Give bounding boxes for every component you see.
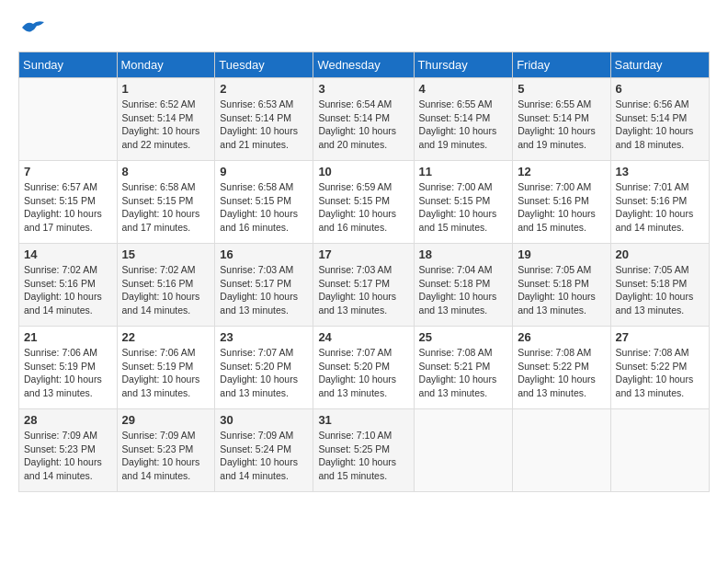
calendar-week-row: 28Sunrise: 7:09 AM Sunset: 5:23 PM Dayli… — [19, 409, 710, 492]
day-number: 6 — [616, 82, 704, 96]
calendar-cell: 28Sunrise: 7:09 AM Sunset: 5:23 PM Dayli… — [19, 409, 118, 492]
day-info: Sunrise: 6:58 AM Sunset: 5:15 PM Dayligh… — [122, 180, 210, 235]
day-number: 16 — [220, 247, 308, 261]
day-of-week-friday: Friday — [513, 52, 610, 78]
day-number: 23 — [220, 330, 308, 344]
calendar-cell: 6Sunrise: 6:56 AM Sunset: 5:14 PM Daylig… — [610, 78, 709, 161]
calendar-cell — [513, 409, 610, 492]
day-info: Sunrise: 7:02 AM Sunset: 5:16 PM Dayligh… — [122, 263, 210, 317]
day-number: 14 — [24, 247, 112, 261]
day-number: 15 — [122, 247, 210, 261]
calendar-cell: 19Sunrise: 7:05 AM Sunset: 5:18 PM Dayli… — [513, 244, 610, 327]
calendar-cell: 30Sunrise: 7:09 AM Sunset: 5:24 PM Dayli… — [215, 409, 313, 492]
day-info: Sunrise: 7:02 AM Sunset: 5:16 PM Dayligh… — [24, 263, 112, 317]
day-info: Sunrise: 7:03 AM Sunset: 5:17 PM Dayligh… — [220, 263, 308, 317]
day-info: Sunrise: 6:57 AM Sunset: 5:15 PM Dayligh… — [24, 180, 112, 235]
day-info: Sunrise: 7:05 AM Sunset: 5:18 PM Dayligh… — [518, 263, 605, 317]
day-number: 20 — [616, 247, 704, 261]
calendar-cell — [19, 78, 118, 161]
day-number: 13 — [616, 165, 704, 178]
day-number: 25 — [419, 330, 508, 344]
calendar-cell: 16Sunrise: 7:03 AM Sunset: 5:17 PM Dayli… — [215, 244, 313, 327]
day-info: Sunrise: 7:05 AM Sunset: 5:18 PM Dayligh… — [616, 263, 704, 317]
day-number: 29 — [122, 413, 210, 427]
logo-bird-icon — [20, 18, 46, 37]
calendar-cell: 12Sunrise: 7:00 AM Sunset: 5:16 PM Dayli… — [513, 161, 610, 244]
day-number: 1 — [122, 82, 210, 96]
day-number: 26 — [518, 330, 605, 344]
day-info: Sunrise: 7:09 AM Sunset: 5:23 PM Dayligh… — [24, 429, 112, 483]
day-number: 30 — [220, 413, 308, 427]
day-info: Sunrise: 7:01 AM Sunset: 5:16 PM Dayligh… — [616, 180, 704, 235]
day-number: 9 — [220, 165, 308, 178]
day-info: Sunrise: 7:07 AM Sunset: 5:20 PM Dayligh… — [318, 346, 408, 400]
day-number: 19 — [518, 247, 605, 261]
calendar-cell: 3Sunrise: 6:54 AM Sunset: 5:14 PM Daylig… — [313, 78, 414, 161]
day-info: Sunrise: 7:08 AM Sunset: 5:22 PM Dayligh… — [518, 346, 605, 400]
day-info: Sunrise: 7:03 AM Sunset: 5:17 PM Dayligh… — [318, 263, 408, 317]
calendar-week-row: 14Sunrise: 7:02 AM Sunset: 5:16 PM Dayli… — [19, 244, 710, 327]
calendar-cell: 5Sunrise: 6:55 AM Sunset: 5:14 PM Daylig… — [513, 78, 610, 161]
calendar-cell: 22Sunrise: 7:06 AM Sunset: 5:19 PM Dayli… — [117, 327, 215, 409]
day-number: 17 — [318, 247, 408, 261]
logo — [18, 18, 46, 37]
day-number: 22 — [122, 330, 210, 344]
calendar-cell: 20Sunrise: 7:05 AM Sunset: 5:18 PM Dayli… — [610, 244, 709, 327]
day-info: Sunrise: 7:08 AM Sunset: 5:21 PM Dayligh… — [419, 346, 508, 400]
calendar-cell — [414, 409, 513, 492]
day-of-week-monday: Monday — [117, 52, 215, 78]
calendar-cell: 17Sunrise: 7:03 AM Sunset: 5:17 PM Dayli… — [313, 244, 414, 327]
calendar-cell: 11Sunrise: 7:00 AM Sunset: 5:15 PM Dayli… — [414, 161, 513, 244]
day-of-week-tuesday: Tuesday — [215, 52, 313, 78]
calendar-cell: 31Sunrise: 7:10 AM Sunset: 5:25 PM Dayli… — [313, 409, 414, 492]
day-info: Sunrise: 7:06 AM Sunset: 5:19 PM Dayligh… — [24, 346, 112, 400]
day-info: Sunrise: 6:52 AM Sunset: 5:14 PM Dayligh… — [122, 98, 210, 152]
day-number: 4 — [419, 82, 508, 96]
day-number: 18 — [419, 247, 508, 261]
day-number: 21 — [24, 330, 112, 344]
calendar-header-row: SundayMondayTuesdayWednesdayThursdayFrid… — [19, 52, 710, 78]
calendar-cell: 21Sunrise: 7:06 AM Sunset: 5:19 PM Dayli… — [19, 327, 118, 409]
calendar-cell: 27Sunrise: 7:08 AM Sunset: 5:22 PM Dayli… — [610, 327, 709, 409]
calendar-cell: 4Sunrise: 6:55 AM Sunset: 5:14 PM Daylig… — [414, 78, 513, 161]
calendar-cell: 8Sunrise: 6:58 AM Sunset: 5:15 PM Daylig… — [117, 161, 215, 244]
calendar-cell: 14Sunrise: 7:02 AM Sunset: 5:16 PM Dayli… — [19, 244, 118, 327]
day-info: Sunrise: 6:58 AM Sunset: 5:15 PM Dayligh… — [220, 180, 308, 235]
calendar-week-row: 7Sunrise: 6:57 AM Sunset: 5:15 PM Daylig… — [19, 161, 710, 244]
day-info: Sunrise: 6:55 AM Sunset: 5:14 PM Dayligh… — [419, 98, 508, 152]
day-info: Sunrise: 7:04 AM Sunset: 5:18 PM Dayligh… — [419, 263, 508, 317]
calendar-table: SundayMondayTuesdayWednesdayThursdayFrid… — [18, 52, 710, 492]
day-number: 8 — [122, 165, 210, 178]
day-info: Sunrise: 6:54 AM Sunset: 5:14 PM Dayligh… — [318, 98, 408, 152]
day-number: 28 — [24, 413, 112, 427]
day-info: Sunrise: 7:10 AM Sunset: 5:25 PM Dayligh… — [318, 429, 408, 483]
calendar-cell: 18Sunrise: 7:04 AM Sunset: 5:18 PM Dayli… — [414, 244, 513, 327]
calendar-cell: 29Sunrise: 7:09 AM Sunset: 5:23 PM Dayli… — [117, 409, 215, 492]
calendar-week-row: 21Sunrise: 7:06 AM Sunset: 5:19 PM Dayli… — [19, 327, 710, 409]
day-of-week-wednesday: Wednesday — [313, 52, 414, 78]
day-info: Sunrise: 7:00 AM Sunset: 5:15 PM Dayligh… — [419, 180, 508, 235]
day-number: 11 — [419, 165, 508, 178]
day-info: Sunrise: 7:08 AM Sunset: 5:22 PM Dayligh… — [616, 346, 704, 400]
day-number: 3 — [318, 82, 408, 96]
calendar-cell: 24Sunrise: 7:07 AM Sunset: 5:20 PM Dayli… — [313, 327, 414, 409]
day-info: Sunrise: 7:00 AM Sunset: 5:16 PM Dayligh… — [518, 180, 605, 235]
day-number: 10 — [318, 165, 408, 178]
day-number: 7 — [24, 165, 112, 178]
calendar-cell: 2Sunrise: 6:53 AM Sunset: 5:14 PM Daylig… — [215, 78, 313, 161]
calendar-cell: 9Sunrise: 6:58 AM Sunset: 5:15 PM Daylig… — [215, 161, 313, 244]
day-info: Sunrise: 7:06 AM Sunset: 5:19 PM Dayligh… — [122, 346, 210, 400]
calendar-week-row: 1Sunrise: 6:52 AM Sunset: 5:14 PM Daylig… — [19, 78, 710, 161]
calendar-cell: 1Sunrise: 6:52 AM Sunset: 5:14 PM Daylig… — [117, 78, 215, 161]
day-number: 27 — [616, 330, 704, 344]
calendar-cell: 7Sunrise: 6:57 AM Sunset: 5:15 PM Daylig… — [19, 161, 118, 244]
calendar-cell: 23Sunrise: 7:07 AM Sunset: 5:20 PM Dayli… — [215, 327, 313, 409]
day-number: 24 — [318, 330, 408, 344]
day-info: Sunrise: 7:07 AM Sunset: 5:20 PM Dayligh… — [220, 346, 308, 400]
day-number: 31 — [318, 413, 408, 427]
calendar-cell: 26Sunrise: 7:08 AM Sunset: 5:22 PM Dayli… — [513, 327, 610, 409]
day-number: 2 — [220, 82, 308, 96]
calendar-cell: 13Sunrise: 7:01 AM Sunset: 5:16 PM Dayli… — [610, 161, 709, 244]
calendar-cell — [610, 409, 709, 492]
day-info: Sunrise: 6:53 AM Sunset: 5:14 PM Dayligh… — [220, 98, 308, 152]
